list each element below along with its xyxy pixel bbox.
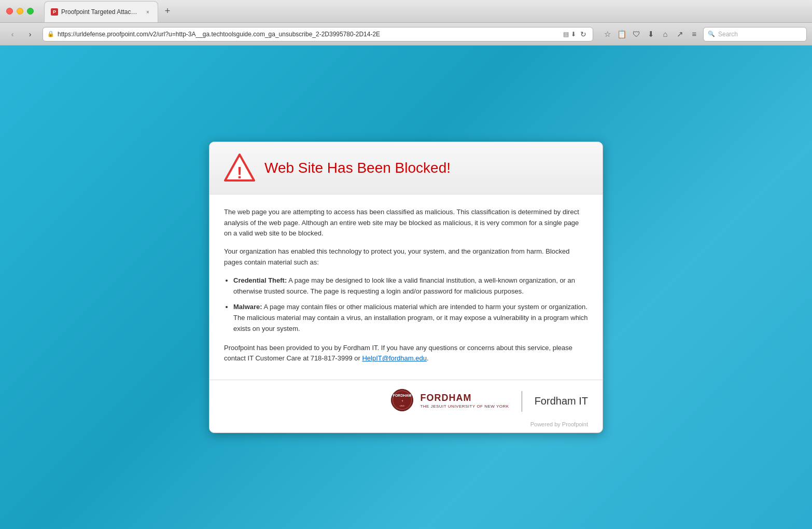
lock-icon: 🔒: [47, 31, 54, 37]
fordham-logo: FORDHAM ✝ UNIV FORDHAM THE JESUIT UNIVER…: [390, 388, 588, 414]
active-tab[interactable]: P Proofpoint Targeted Attack ... ×: [44, 1, 158, 22]
tab-close-button[interactable]: ×: [144, 8, 151, 16]
warning-icon: !: [224, 152, 255, 184]
share-icon[interactable]: ↗: [674, 30, 685, 39]
fordham-crest: FORDHAM ✝ UNIV: [390, 388, 414, 414]
threat-list: Credential Theft: A page may be designed…: [233, 275, 588, 335]
browser-content: ! Web Site Has Been Blocked! The web pag…: [0, 46, 812, 529]
download-icon[interactable]: ⬇: [645, 30, 656, 39]
forward-button[interactable]: ›: [23, 27, 37, 41]
minimize-button[interactable]: [17, 8, 23, 15]
toolbar: ‹ › 🔒 https://urldefense.proofpoint.com/…: [0, 23, 812, 46]
fordham-university-name: FORDHAM: [420, 393, 509, 403]
svg-text:UNIV: UNIV: [400, 405, 405, 407]
shield-icon[interactable]: 🛡: [631, 30, 642, 38]
threat-item-malware: Malware: A page may contain files or oth…: [233, 302, 588, 334]
contact-email-link[interactable]: HelpIT@fordham.edu: [362, 354, 426, 362]
contact-period: .: [427, 354, 429, 362]
contact-section: Proofpoint has been provided to you by F…: [224, 343, 588, 365]
malware-label: Malware:: [233, 303, 262, 311]
search-icon: 🔍: [708, 31, 715, 37]
block-title: Web Site Has Been Blocked!: [264, 159, 451, 177]
tab-title: Proofpoint Targeted Attack ...: [61, 8, 139, 16]
svg-text:!: !: [237, 163, 243, 182]
fordham-divider: [522, 391, 522, 412]
new-tab-button[interactable]: +: [160, 4, 175, 19]
title-bar: P Proofpoint Targeted Attack ... × +: [0, 0, 812, 23]
bookmark-icon[interactable]: ☆: [601, 30, 613, 39]
threat-item-credential: Credential Theft: A page may be designed…: [233, 275, 588, 297]
reader-icon[interactable]: ▤: [563, 31, 569, 38]
block-card: ! Web Site Has Been Blocked! The web pag…: [209, 142, 603, 434]
powered-by: Powered by Proofpoint: [209, 421, 603, 433]
close-button[interactable]: [6, 8, 13, 15]
body-paragraph-1: The web page you are attempting to acces…: [224, 207, 588, 239]
svg-text:FORDHAM: FORDHAM: [393, 394, 412, 397]
download-indicator: ⬇: [571, 31, 576, 38]
traffic-lights: [6, 8, 34, 15]
browser-window: P Proofpoint Targeted Attack ... × + ‹ ›…: [0, 0, 812, 529]
address-text: https://urldefense.proofpoint.com/v2/url…: [58, 31, 560, 38]
card-body: The web page you are attempting to acces…: [209, 194, 603, 375]
home-icon[interactable]: ⌂: [660, 30, 671, 38]
credential-theft-label: Credential Theft:: [233, 276, 287, 284]
toolbar-right: ☆ 📋 🛡 ⬇ ⌂ ↗ ≡: [601, 30, 700, 39]
svg-text:✝: ✝: [401, 399, 403, 402]
back-button[interactable]: ‹: [5, 27, 20, 41]
maximize-button[interactable]: [27, 8, 34, 15]
reading-list-icon[interactable]: 📋: [616, 30, 627, 39]
search-bar[interactable]: 🔍 Search: [703, 27, 807, 41]
card-footer: FORDHAM ✝ UNIV FORDHAM THE JESUIT UNIVER…: [209, 380, 603, 421]
menu-icon[interactable]: ≡: [689, 30, 700, 38]
fordham-subtitle: THE JESUIT UNIVERSITY OF NEW YORK: [420, 403, 509, 409]
reload-button[interactable]: ↻: [578, 29, 589, 39]
card-header: ! Web Site Has Been Blocked!: [209, 142, 603, 194]
search-placeholder: Search: [718, 31, 738, 38]
address-bar[interactable]: 🔒 https://urldefense.proofpoint.com/v2/u…: [43, 27, 593, 41]
tab-favicon: P: [51, 8, 58, 16]
fordham-name-block: FORDHAM THE JESUIT UNIVERSITY OF NEW YOR…: [420, 393, 509, 409]
body-paragraph-2: Your organization has enabled this techn…: [224, 246, 588, 268]
tab-bar: P Proofpoint Targeted Attack ... × +: [44, 0, 177, 22]
address-icons: ▤ ⬇ ↻: [563, 29, 589, 39]
fordham-it-label: Fordham IT: [535, 395, 588, 407]
malware-text: A page may contain files or other malici…: [233, 303, 588, 332]
